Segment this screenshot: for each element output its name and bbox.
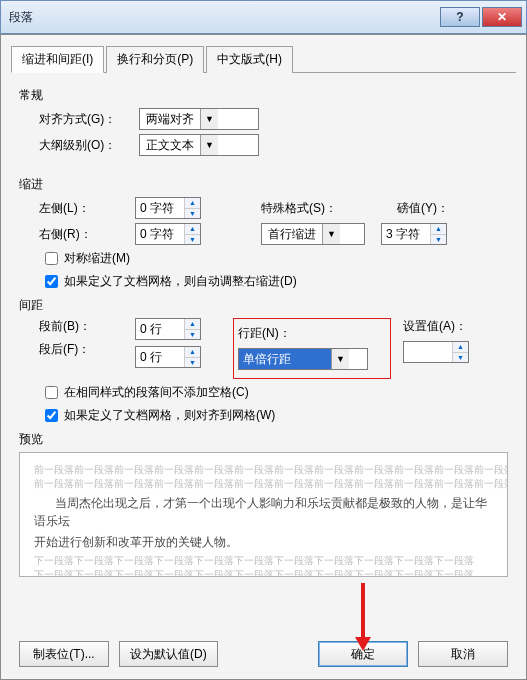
spin-up-icon[interactable]: ▲ [185,347,200,358]
close-button[interactable]: ✕ [482,7,522,27]
by-spinner[interactable]: ▲▼ [381,223,447,245]
indent-left-spinner[interactable]: ▲▼ [135,197,201,219]
tab-asian-typography[interactable]: 中文版式(H) [206,46,293,73]
annotation-arrow-head [355,637,371,651]
preview-next-text: 下一段落下一段落下一段落下一段落下一段落下一段落下一段落下一段落下一段落下一段落… [34,568,493,577]
line-spacing-combo[interactable]: 单倍行距 ▼ [238,348,368,370]
tabs-button[interactable]: 制表位(T)... [19,641,109,667]
spin-down-icon[interactable]: ▼ [185,358,200,368]
auto-adjust-checkbox[interactable] [45,275,58,288]
preview-prev-text: 前一段落前一段落前一段落前一段落前一段落前一段落前一段落前一段落前一段落前一段落… [34,477,493,491]
before-spinner[interactable]: ▲▼ [135,318,201,340]
after-spinner[interactable]: ▲▼ [135,346,201,368]
spin-up-icon[interactable]: ▲ [185,198,200,209]
spin-down-icon[interactable]: ▼ [185,209,200,219]
group-indent: 缩进 [19,176,508,193]
mirror-indent-checkbox-row: 对称缩进(M) [41,249,508,268]
no-space-same-style-checkbox[interactable] [45,386,58,399]
auto-adjust-checkbox-row: 如果定义了文档网格，则自动调整右缩进(D) [41,272,508,291]
spin-down-icon[interactable]: ▼ [185,330,200,340]
group-preview: 预览 [19,431,508,448]
indent-right-label: 右侧(R)： [39,226,119,243]
group-general: 常规 [19,87,508,104]
at-label: 设置值(A)： [403,318,469,335]
preview-prev-text: 前一段落前一段落前一段落前一段落前一段落前一段落前一段落前一段落前一段落前一段落… [34,463,493,477]
dialog-body: 常规 对齐方式(G)： 两端对齐▼ 大纲级别(O)： 正文文本▼ 缩进 左侧(L… [1,73,526,595]
indent-left-input[interactable] [136,198,184,218]
set-default-button[interactable]: 设为默认值(D) [119,641,218,667]
by-label: 磅值(Y)： [397,200,469,217]
special-label: 特殊格式(S)： [261,200,361,217]
spin-up-icon[interactable]: ▲ [185,224,200,235]
by-input[interactable] [382,224,430,244]
line-spacing-highlight: 行距(N)： 单倍行距 ▼ [233,318,391,379]
before-input[interactable] [136,319,184,339]
outline-label: 大纲级别(O)： [39,137,139,154]
tab-strip: 缩进和间距(I) 换行和分页(P) 中文版式(H) [11,45,516,73]
chevron-down-icon: ▼ [322,224,340,244]
at-input[interactable] [404,342,452,362]
chevron-down-icon: ▼ [200,135,218,155]
spin-up-icon[interactable]: ▲ [185,319,200,330]
preview-sample-line2: 开始进行创新和改革开放的关键人物。 [34,535,238,549]
after-input[interactable] [136,347,184,367]
preview-next-text: 下一段落下一段落下一段落下一段落下一段落下一段落下一段落下一段落下一段落下一段落… [34,554,493,568]
spin-down-icon[interactable]: ▼ [185,235,200,245]
snap-grid-row: 如果定义了文档网格，则对齐到网格(W) [41,406,508,425]
help-button[interactable]: ? [440,7,480,27]
line-spacing-label: 行距(N)： [238,326,291,340]
auto-adjust-label: 如果定义了文档网格，则自动调整右缩进(D) [64,273,297,290]
spin-down-icon[interactable]: ▼ [453,353,468,363]
dialog-footer: 制表位(T)... 设为默认值(D) 确定 取消 [1,641,526,667]
at-spinner[interactable]: ▲▼ [403,341,469,363]
no-space-same-style-label: 在相同样式的段落间不添加空格(C) [64,384,249,401]
snap-grid-label: 如果定义了文档网格，则对齐到网格(W) [64,407,275,424]
tab-indent-spacing[interactable]: 缩进和间距(I) [11,46,104,73]
snap-grid-checkbox[interactable] [45,409,58,422]
titlebar: 段落 ? ✕ [0,0,527,34]
outline-combo[interactable]: 正文文本▼ [139,134,259,156]
preview-box: 前一段落前一段落前一段落前一段落前一段落前一段落前一段落前一段落前一段落前一段落… [19,452,508,577]
mirror-indent-label: 对称缩进(M) [64,250,130,267]
chevron-down-icon: ▼ [331,349,349,369]
cancel-button[interactable]: 取消 [418,641,508,667]
spin-down-icon[interactable]: ▼ [431,235,446,245]
indent-right-spinner[interactable]: ▲▼ [135,223,201,245]
preview-sample-line1: 当周杰伦出现之后，才第一个出现个人影响力和乐坛贡献都是极致的人物，是让华语乐坛 [34,496,487,528]
dialog-client: 缩进和间距(I) 换行和分页(P) 中文版式(H) 常规 对齐方式(G)： 两端… [0,34,527,680]
before-label: 段前(B)： [39,318,123,335]
special-combo[interactable]: 首行缩进▼ [261,223,365,245]
group-spacing: 间距 [19,297,508,314]
tab-line-page-breaks[interactable]: 换行和分页(P) [106,46,204,73]
spin-up-icon[interactable]: ▲ [453,342,468,353]
alignment-combo[interactable]: 两端对齐▼ [139,108,259,130]
spin-up-icon[interactable]: ▲ [431,224,446,235]
window-title: 段落 [9,9,440,26]
alignment-label: 对齐方式(G)： [39,111,139,128]
mirror-indent-checkbox[interactable] [45,252,58,265]
chevron-down-icon: ▼ [200,109,218,129]
indent-left-label: 左侧(L)： [39,200,119,217]
indent-right-input[interactable] [136,224,184,244]
after-label: 段后(F)： [39,341,123,358]
annotation-arrow-shaft [361,583,365,639]
no-space-same-style-row: 在相同样式的段落间不添加空格(C) [41,383,508,402]
